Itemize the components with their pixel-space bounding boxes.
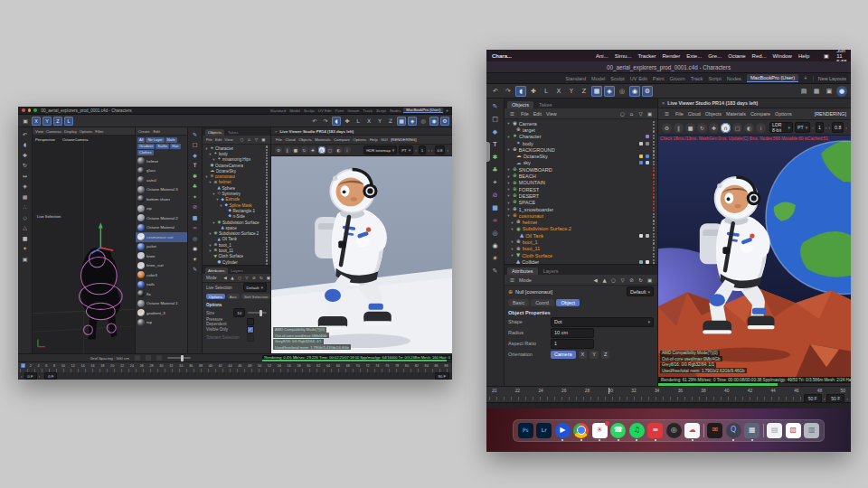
- player-dock-icon[interactable]: ▶: [555, 423, 571, 438]
- object-tag-icon[interactable]: [646, 234, 649, 238]
- panel-resize-grip[interactable]: [486, 142, 490, 162]
- lock-icon[interactable]: ⊘: [627, 276, 636, 284]
- material-item[interactable]: Octane Material: [136, 223, 187, 233]
- visibility-dots[interactable]: [653, 167, 655, 172]
- field-icon[interactable]: ✦: [490, 177, 501, 188]
- live-selection-tool-icon[interactable]: ◖: [332, 117, 341, 126]
- workplane-lock-icon[interactable]: L: [541, 86, 552, 97]
- restart-icon[interactable]: ↻: [697, 123, 707, 133]
- hamburger-icon[interactable]: ☰: [508, 276, 516, 284]
- visibility-dots[interactable]: [266, 180, 268, 184]
- object-tag-icon[interactable]: [646, 155, 649, 158]
- home-icon[interactable]: ⌂: [627, 109, 636, 117]
- visibility-dots[interactable]: [653, 193, 655, 198]
- layout-tab[interactable]: Paint: [335, 108, 344, 113]
- samples-field[interactable]: 1: [419, 145, 426, 155]
- layer-chip[interactable]: Nails: [165, 137, 177, 143]
- layout-tab[interactable]: Track: [691, 76, 703, 81]
- lightroom-dock-icon[interactable]: Lr: [536, 423, 552, 438]
- material-item[interactable]: glass: [136, 166, 187, 176]
- objects-menu-item[interactable]: Edit: [215, 137, 222, 142]
- checkbox-row[interactable]: Pressure Dependent: [203, 317, 270, 325]
- viewer-menu-item[interactable]: Compare: [334, 137, 350, 142]
- visibility-dots[interactable]: [653, 141, 655, 145]
- visibility-dots[interactable]: [266, 186, 268, 191]
- object-row[interactable]: ▾⊕DESERT: [505, 192, 657, 199]
- snap-icon[interactable]: ◈: [21, 182, 30, 191]
- viewer-menu-item[interactable]: File: [675, 111, 684, 117]
- visibility-dots[interactable]: [266, 226, 268, 230]
- object-row[interactable]: ✦body: [505, 140, 657, 146]
- layout-tab[interactable]: Groom: [347, 108, 359, 113]
- refresh-icon[interactable]: ↻: [637, 276, 645, 284]
- orientation-y[interactable]: Y: [590, 351, 599, 359]
- viewer-menu-item[interactable]: Options: [775, 111, 792, 117]
- axis-button[interactable]: Y: [42, 117, 52, 126]
- material-item[interactable]: nails: [136, 280, 187, 290]
- orientation-x[interactable]: X: [579, 351, 588, 359]
- points-mode-icon[interactable]: ∴: [21, 202, 30, 211]
- visibility-dots[interactable]: [653, 213, 655, 218]
- cube-icon[interactable]: □: [490, 114, 501, 125]
- visibility-dots[interactable]: [266, 202, 268, 207]
- visibility-dots[interactable]: [266, 237, 268, 241]
- viewer-menu-item[interactable]: Options: [353, 137, 366, 142]
- region-icon[interactable]: □: [326, 146, 334, 154]
- camera-lock-icon[interactable]: ∩: [721, 123, 731, 133]
- simulation-icon[interactable]: ◎: [191, 233, 200, 242]
- object-row[interactable]: ▾⊕BACKGROUND: [505, 146, 657, 153]
- viewer-menu-item[interactable]: Compare: [750, 111, 770, 117]
- redo-icon[interactable]: ↷: [503, 86, 514, 97]
- mode-menu[interactable]: Mode: [519, 277, 532, 283]
- generators-icon[interactable]: ✱: [490, 152, 501, 163]
- undo-icon[interactable]: ↶: [21, 129, 30, 138]
- mail-dock-icon[interactable]: ✉: [707, 423, 722, 438]
- mograph-icon[interactable]: ∞: [191, 223, 200, 232]
- material-item[interactable]: Octane Material.3: [136, 185, 187, 195]
- axis-button[interactable]: L: [64, 117, 73, 126]
- object-row[interactable]: ☁OctaneSky: [505, 153, 657, 159]
- object-row[interactable]: ▾◉Subdivision Surface.2: [505, 226, 657, 232]
- undo-icon[interactable]: ↶: [490, 86, 501, 97]
- visibility-dots[interactable]: [653, 227, 655, 231]
- menubar-extra-icon[interactable]: ▣: [822, 52, 830, 60]
- material-item[interactable]: helmet: [136, 156, 187, 166]
- layout-quad-icon[interactable]: ▦: [811, 86, 822, 97]
- layer-chip[interactable]: Hair: [170, 144, 180, 149]
- objects-menu-item[interactable]: View: [224, 137, 232, 142]
- panel-icon[interactable]: ▣: [646, 276, 654, 284]
- checkbox[interactable]: [247, 318, 254, 325]
- kernel-dropdown[interactable]: PT▾: [795, 122, 810, 133]
- pause-icon[interactable]: ‖: [674, 123, 684, 133]
- checkbox-row[interactable]: Tolerant Selection: [203, 333, 270, 342]
- move-tool-icon[interactable]: ✚: [343, 117, 352, 126]
- spline-pen-icon[interactable]: ✎: [490, 101, 501, 112]
- close-icon[interactable]: ×: [275, 129, 278, 134]
- camera-icon[interactable]: ◉: [191, 244, 200, 253]
- edges-mode-icon[interactable]: ◇: [21, 212, 30, 221]
- object-row[interactable]: ▾▼Cloth Surface: [505, 252, 657, 258]
- edit-pencil-icon[interactable]: ✎: [490, 266, 501, 277]
- preset-dropdown[interactable]: Default▾: [243, 283, 267, 292]
- downloads-dock-icon[interactable]: ▧: [786, 423, 801, 438]
- active-layout-tab[interactable]: MacBookPro (User): [747, 74, 798, 82]
- layout-tab[interactable]: Model: [591, 76, 605, 81]
- current-frame-field[interactable]: 50 F: [826, 394, 844, 403]
- render-settings-icon[interactable]: ⚙: [642, 86, 653, 97]
- layout-tab[interactable]: Groom: [670, 76, 685, 81]
- texture-mode-icon[interactable]: ▣: [21, 254, 30, 263]
- slack-dock-icon[interactable]: ✳: [592, 423, 608, 438]
- material-item[interactable]: astral: [136, 175, 187, 185]
- model-mode-icon[interactable]: ■: [21, 233, 30, 242]
- light-icon[interactable]: ☀: [490, 253, 501, 264]
- grid-snap-icon[interactable]: ▦: [397, 117, 406, 126]
- material-item[interactable]: jacket: [136, 242, 187, 252]
- volume-icon[interactable]: ■: [191, 212, 200, 221]
- layout-split-icon[interactable]: ▤: [798, 86, 809, 97]
- visibility-dots[interactable]: [653, 135, 655, 139]
- playhead[interactable]: 0: [21, 363, 25, 368]
- viewer-menu-item[interactable]: Cloud: [285, 137, 295, 142]
- chrome-dock-icon[interactable]: [573, 423, 589, 438]
- object-tag-icon[interactable]: [639, 161, 643, 164]
- layout-tab[interactable]: Model: [289, 108, 300, 113]
